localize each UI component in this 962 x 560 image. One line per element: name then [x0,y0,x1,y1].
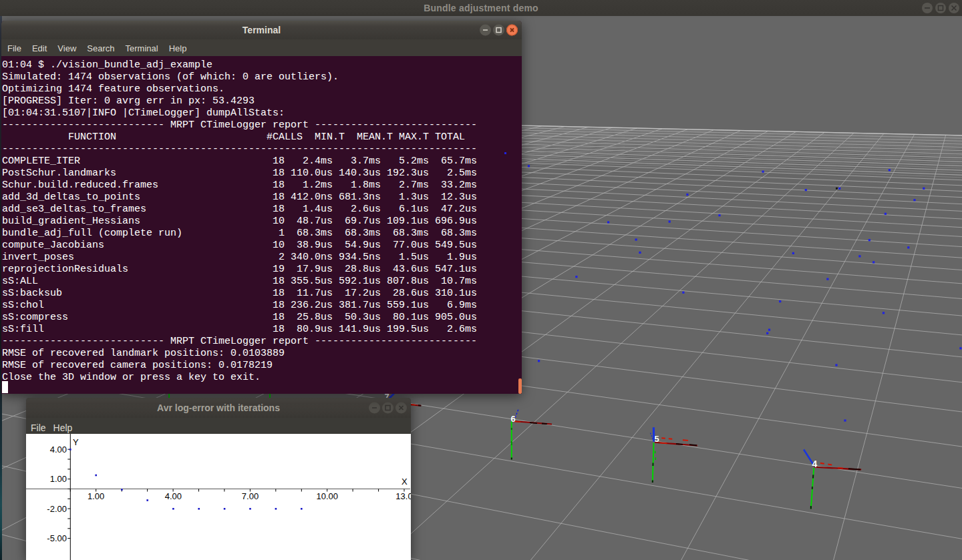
svg-text:-2.00: -2.00 [47,504,67,514]
svg-text:Y: Y [73,437,79,447]
svg-text:7.00: 7.00 [242,491,259,501]
svg-text:4: 4 [812,459,818,469]
svg-text:10.00: 10.00 [317,491,339,501]
svg-text:-5.00: -5.00 [47,533,67,543]
svg-text:1.00: 1.00 [50,474,67,484]
svg-text:4.00: 4.00 [50,445,67,455]
svg-text:6: 6 [511,414,516,424]
svg-text:5: 5 [655,434,659,444]
svg-text:X: X [402,477,408,487]
svg-text:1.00: 1.00 [88,491,104,501]
svg-text:13.0: 13.0 [395,491,411,501]
svg-text:4.00: 4.00 [165,491,182,501]
